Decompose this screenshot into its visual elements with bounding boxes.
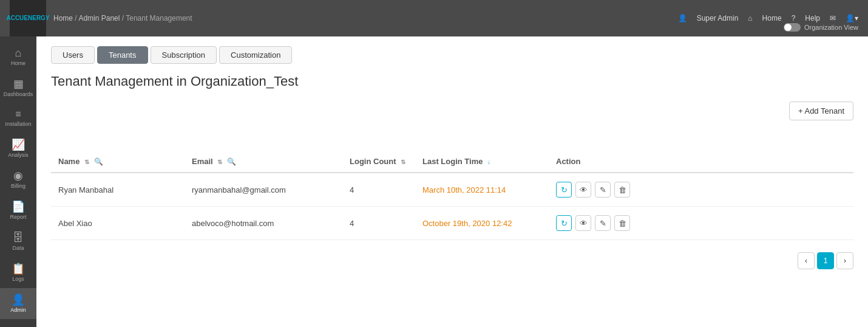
sidebar-label-admin: Admin bbox=[10, 307, 26, 313]
sort-lastlogin-icon[interactable]: ↓ bbox=[487, 159, 490, 165]
header-left: ACCUENERGY Home / Admin Panel / Tenant M… bbox=[10, 0, 192, 36]
cell-name-0: Ryan Manbahal bbox=[51, 173, 185, 207]
add-tenant-button[interactable]: + Add Tenant bbox=[789, 102, 853, 120]
sidebar-label-home: Home bbox=[11, 60, 25, 66]
pagination-next[interactable]: › bbox=[836, 252, 853, 269]
action-icons-1: ↻ 👁 ✎ 🗑 bbox=[556, 215, 846, 231]
cell-email-1: abelvoco@hotmail.com bbox=[185, 207, 342, 240]
col-header-last-login: Last Login Time ↓ bbox=[415, 151, 549, 173]
analysis-icon: 📈 bbox=[12, 139, 25, 150]
cell-last-login-1: October 19th, 2020 12:42 bbox=[415, 207, 549, 240]
sidebar-item-data[interactable]: 🗄 Data bbox=[0, 226, 36, 257]
action-icons-0: ↻ 👁 ✎ 🗑 bbox=[556, 182, 846, 198]
org-view-switch[interactable] bbox=[784, 23, 801, 32]
breadcrumb: Home / Admin Panel / Tenant Management bbox=[53, 14, 192, 22]
sidebar-item-report[interactable]: 📄 Report bbox=[0, 195, 36, 226]
sidebar-label-dashboards: Dashboards bbox=[4, 91, 33, 97]
logo: ACCUENERGY bbox=[10, 0, 46, 36]
report-icon: 📄 bbox=[12, 201, 25, 212]
cell-name-1: Abel Xiao bbox=[51, 207, 185, 240]
sidebar-item-dashboards[interactable]: ▦ Dashboards bbox=[0, 72, 36, 103]
cell-login-count-0: 4 bbox=[342, 173, 415, 207]
table-row: Abel Xiao abelvoco@hotmail.com 4 October… bbox=[51, 207, 853, 240]
sidebar-label-logs: Logs bbox=[12, 276, 24, 282]
delete-button-0[interactable]: 🗑 bbox=[614, 182, 630, 198]
content-area: Users Tenants Subscription Customization… bbox=[36, 36, 868, 327]
table-row: Ryan Manbahal ryanmanbahal@gmail.com 4 M… bbox=[51, 173, 853, 207]
last-login-link-1[interactable]: October 19th, 2020 12:42 bbox=[422, 219, 512, 228]
tab-bar: Users Tenants Subscription Customization bbox=[51, 46, 853, 64]
user-icon: 👤 bbox=[678, 14, 687, 22]
org-view-toggle[interactable]: Organization View bbox=[784, 23, 858, 32]
sort-name-icon[interactable]: ⇅ bbox=[84, 159, 89, 165]
edit-button-0[interactable]: ✎ bbox=[595, 182, 611, 198]
col-header-name: Name ⇅ 🔍 bbox=[51, 151, 185, 173]
sidebar: ⌂ Home ▦ Dashboards ≡ Installation 📈 Ana… bbox=[0, 36, 36, 327]
home-link[interactable]: Home bbox=[762, 14, 782, 22]
account-menu[interactable]: 👤▾ bbox=[846, 14, 858, 22]
view-button-0[interactable]: 👁 bbox=[575, 182, 591, 198]
view-button-1[interactable]: 👁 bbox=[575, 215, 591, 231]
tab-customization[interactable]: Customization bbox=[219, 46, 292, 64]
sidebar-label-report: Report bbox=[10, 214, 26, 220]
tab-tenants[interactable]: Tenants bbox=[97, 46, 148, 64]
cell-action-0: ↻ 👁 ✎ 🗑 bbox=[549, 173, 853, 207]
super-admin-label[interactable]: Super Admin bbox=[697, 14, 739, 22]
breadcrumb-admin[interactable]: Admin Panel bbox=[78, 14, 120, 22]
toolbar: + Add Tenant bbox=[51, 102, 853, 126]
refresh-button-1[interactable]: ↻ bbox=[556, 215, 572, 231]
help-link[interactable]: Help bbox=[805, 14, 820, 22]
table-header-row: Name ⇅ 🔍 Email ⇅ 🔍 Login Count ⇅ Las bbox=[51, 151, 853, 173]
sidebar-item-admin[interactable]: 👤 Admin bbox=[0, 288, 36, 319]
breadcrumb-home[interactable]: Home bbox=[53, 14, 73, 22]
tab-users[interactable]: Users bbox=[51, 46, 95, 64]
last-login-link-0[interactable]: March 10th, 2022 11:14 bbox=[422, 185, 506, 194]
cell-email-0: ryanmanbahal@gmail.com bbox=[185, 173, 342, 207]
top-header: ACCUENERGY Home / Admin Panel / Tenant M… bbox=[0, 0, 868, 36]
col-header-email: Email ⇅ 🔍 bbox=[185, 151, 342, 173]
logs-icon: 📋 bbox=[12, 263, 25, 274]
sidebar-label-data: Data bbox=[12, 245, 24, 251]
mail-icon: ✉ bbox=[830, 14, 836, 22]
col-header-action: Action bbox=[549, 151, 853, 173]
admin-icon: 👤 bbox=[12, 294, 25, 305]
sidebar-label-billing: Billing bbox=[11, 183, 25, 189]
home-icon: ⌂ bbox=[748, 14, 752, 22]
pagination: ‹ 1 › bbox=[51, 252, 853, 269]
installation-icon: ≡ bbox=[15, 109, 21, 119]
pagination-page-1[interactable]: 1 bbox=[817, 252, 834, 269]
sidebar-item-home[interactable]: ⌂ Home bbox=[0, 41, 36, 72]
cell-action-1: ↻ 👁 ✎ 🗑 bbox=[549, 207, 853, 240]
page-title: Tenant Management in Organization_Test bbox=[51, 74, 853, 89]
billing-icon: ◉ bbox=[13, 170, 23, 181]
sidebar-label-analysis: Analysis bbox=[8, 152, 29, 158]
cell-last-login-0: March 10th, 2022 11:14 bbox=[415, 173, 549, 207]
cell-login-count-1: 4 bbox=[342, 207, 415, 240]
tab-subscription[interactable]: Subscription bbox=[151, 46, 217, 64]
refresh-button-0[interactable]: ↻ bbox=[556, 182, 572, 198]
search-name-icon[interactable]: 🔍 bbox=[94, 157, 103, 166]
header-right: 👤 Super Admin ⌂ Home ? Help ✉ 👤▾ Organiz… bbox=[678, 14, 858, 22]
help-icon: ? bbox=[792, 14, 796, 22]
data-icon: 🗄 bbox=[13, 232, 24, 243]
delete-button-1[interactable]: 🗑 bbox=[614, 215, 630, 231]
home-icon: ⌂ bbox=[15, 47, 22, 58]
main-layout: ⌂ Home ▦ Dashboards ≡ Installation 📈 Ana… bbox=[0, 36, 868, 327]
sidebar-label-installation: Installation bbox=[5, 121, 31, 127]
sidebar-item-logs[interactable]: 📋 Logs bbox=[0, 257, 36, 288]
tenant-table: Name ⇅ 🔍 Email ⇅ 🔍 Login Count ⇅ Las bbox=[51, 151, 853, 240]
sidebar-item-installation[interactable]: ≡ Installation bbox=[0, 103, 36, 133]
breadcrumb-current: Tenant Management bbox=[126, 14, 192, 22]
sort-login-icon[interactable]: ⇅ bbox=[401, 159, 405, 165]
dashboards-icon: ▦ bbox=[13, 78, 24, 89]
pagination-prev[interactable]: ‹ bbox=[798, 252, 815, 269]
edit-button-1[interactable]: ✎ bbox=[595, 215, 611, 231]
search-email-icon[interactable]: 🔍 bbox=[227, 157, 236, 166]
org-view-label: Organization View bbox=[804, 24, 858, 31]
sidebar-item-billing[interactable]: ◉ Billing bbox=[0, 164, 36, 195]
col-header-login-count: Login Count ⇅ bbox=[342, 151, 415, 173]
sidebar-item-analysis[interactable]: 📈 Analysis bbox=[0, 133, 36, 164]
sort-email-icon[interactable]: ⇅ bbox=[217, 159, 222, 165]
